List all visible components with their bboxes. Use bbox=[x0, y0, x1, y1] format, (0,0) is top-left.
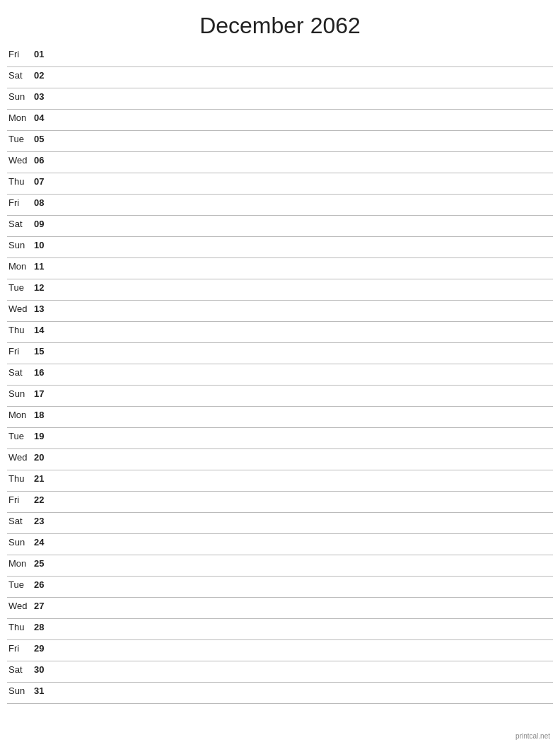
table-row: Tue19 bbox=[7, 428, 553, 449]
day-number: 03 bbox=[34, 91, 54, 102]
table-row: Sun24 bbox=[7, 534, 553, 555]
day-name: Tue bbox=[7, 134, 34, 144]
table-row: Tue05 bbox=[7, 131, 553, 152]
day-name: Wed bbox=[7, 601, 34, 611]
day-number: 23 bbox=[34, 516, 54, 526]
day-number: 17 bbox=[34, 388, 54, 399]
table-row: Sat02 bbox=[7, 67, 553, 88]
day-name: Fri bbox=[7, 494, 34, 505]
day-number: 11 bbox=[34, 261, 54, 272]
day-name: Tue bbox=[7, 282, 34, 293]
day-name: Wed bbox=[7, 452, 34, 463]
page-title: December 2062 bbox=[0, 0, 560, 46]
day-name: Fri bbox=[7, 197, 34, 208]
table-row: Sun03 bbox=[7, 88, 553, 110]
day-number: 04 bbox=[34, 112, 54, 123]
day-number: 12 bbox=[34, 282, 54, 293]
table-row: Wed20 bbox=[7, 449, 553, 470]
day-number: 10 bbox=[34, 240, 54, 250]
day-name: Wed bbox=[7, 155, 34, 166]
day-number: 29 bbox=[34, 643, 54, 654]
day-name: Sun bbox=[7, 537, 34, 548]
table-row: Fri15 bbox=[7, 343, 553, 364]
day-number: 25 bbox=[34, 558, 54, 569]
day-name: Sat bbox=[7, 516, 34, 526]
day-number: 19 bbox=[34, 431, 54, 441]
day-number: 01 bbox=[34, 49, 54, 59]
day-name: Sun bbox=[7, 685, 34, 696]
table-row: Sat16 bbox=[7, 364, 553, 386]
day-number: 14 bbox=[34, 325, 54, 335]
day-number: 09 bbox=[34, 219, 54, 229]
table-row: Sat09 bbox=[7, 216, 553, 237]
day-number: 27 bbox=[34, 601, 54, 611]
table-row: Fri29 bbox=[7, 640, 553, 661]
table-row: Fri01 bbox=[7, 46, 553, 67]
day-number: 30 bbox=[34, 664, 54, 675]
table-row: Sun10 bbox=[7, 237, 553, 258]
day-name: Mon bbox=[7, 558, 34, 569]
day-name: Tue bbox=[7, 579, 34, 590]
day-number: 06 bbox=[34, 155, 54, 166]
day-number: 22 bbox=[34, 494, 54, 505]
table-row: Mon18 bbox=[7, 407, 553, 428]
day-number: 24 bbox=[34, 537, 54, 548]
day-number: 07 bbox=[34, 176, 54, 187]
table-row: Thu21 bbox=[7, 470, 553, 492]
day-name: Sat bbox=[7, 219, 34, 229]
day-number: 08 bbox=[34, 197, 54, 208]
day-name: Fri bbox=[7, 49, 34, 59]
day-name: Mon bbox=[7, 410, 34, 420]
table-row: Mon11 bbox=[7, 258, 553, 279]
day-name: Fri bbox=[7, 346, 34, 357]
day-name: Mon bbox=[7, 261, 34, 272]
table-row: Mon25 bbox=[7, 555, 553, 577]
day-number: 31 bbox=[34, 685, 54, 696]
day-number: 28 bbox=[34, 622, 54, 632]
day-number: 18 bbox=[34, 410, 54, 420]
footer-credit: printcal.net bbox=[515, 732, 550, 740]
day-number: 05 bbox=[34, 134, 54, 144]
table-row: Mon04 bbox=[7, 110, 553, 131]
day-name: Sat bbox=[7, 70, 34, 81]
day-name: Sun bbox=[7, 388, 34, 399]
table-row: Fri22 bbox=[7, 492, 553, 513]
day-name: Sat bbox=[7, 664, 34, 675]
table-row: Thu07 bbox=[7, 173, 553, 195]
table-row: Sat30 bbox=[7, 661, 553, 683]
day-number: 20 bbox=[34, 452, 54, 463]
day-name: Thu bbox=[7, 176, 34, 187]
day-name: Sat bbox=[7, 367, 34, 378]
calendar-grid: Fri01Sat02Sun03Mon04Tue05Wed06Thu07Fri08… bbox=[0, 46, 560, 704]
day-number: 21 bbox=[34, 473, 54, 484]
day-name: Thu bbox=[7, 325, 34, 335]
day-number: 26 bbox=[34, 579, 54, 590]
table-row: Sat23 bbox=[7, 513, 553, 534]
table-row: Wed27 bbox=[7, 598, 553, 619]
day-name: Thu bbox=[7, 622, 34, 632]
day-number: 13 bbox=[34, 303, 54, 314]
day-name: Sun bbox=[7, 91, 34, 102]
day-name: Thu bbox=[7, 473, 34, 484]
table-row: Thu28 bbox=[7, 619, 553, 640]
day-name: Sun bbox=[7, 240, 34, 250]
table-row: Sun17 bbox=[7, 386, 553, 407]
day-name: Fri bbox=[7, 643, 34, 654]
day-name: Mon bbox=[7, 112, 34, 123]
table-row: Thu14 bbox=[7, 322, 553, 343]
day-name: Tue bbox=[7, 431, 34, 441]
table-row: Sun31 bbox=[7, 683, 553, 704]
day-number: 15 bbox=[34, 346, 54, 357]
day-number: 16 bbox=[34, 367, 54, 378]
day-number: 02 bbox=[34, 70, 54, 81]
table-row: Tue12 bbox=[7, 279, 553, 301]
day-name: Wed bbox=[7, 303, 34, 314]
table-row: Fri08 bbox=[7, 195, 553, 216]
table-row: Wed06 bbox=[7, 152, 553, 173]
table-row: Tue26 bbox=[7, 577, 553, 598]
table-row: Wed13 bbox=[7, 301, 553, 322]
